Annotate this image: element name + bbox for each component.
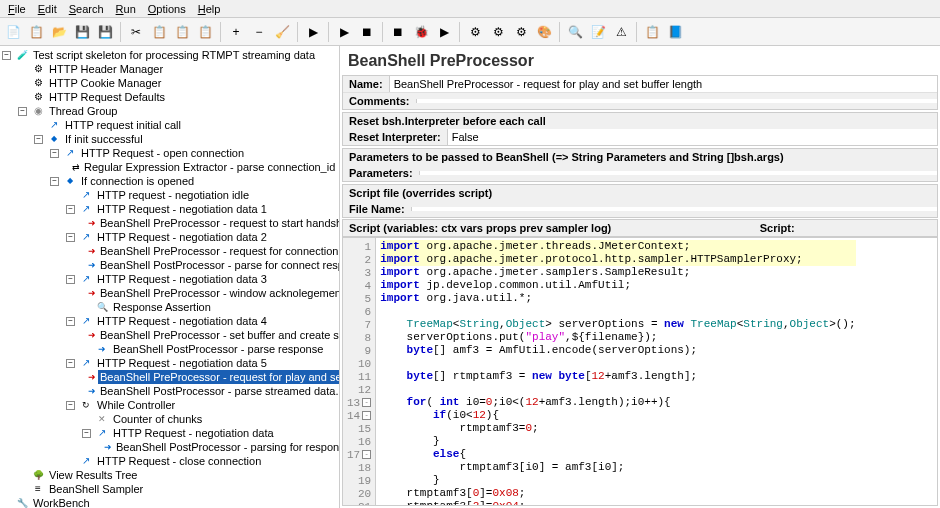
menu-edit[interactable]: Edit <box>32 1 63 17</box>
reset-label: Reset Interpreter: <box>343 129 447 145</box>
toolbar-button[interactable]: 📋 <box>171 21 193 43</box>
script-sublabel: Script: <box>617 220 937 236</box>
toolbar-button[interactable]: 🧹 <box>271 21 293 43</box>
tree-item[interactable]: View Results Tree <box>47 468 139 482</box>
tree-item[interactable]: HTTP Request - negotiation data 5 <box>95 356 269 370</box>
menu-file[interactable]: File <box>2 1 32 17</box>
tree-item[interactable]: BeanShell PostProcessor - parse streamed… <box>98 384 340 398</box>
toggle-icon[interactable]: − <box>34 135 43 144</box>
comments-input[interactable] <box>416 99 937 103</box>
tree-item[interactable]: While Controller <box>95 398 177 412</box>
tree-item[interactable]: HTTP Request - negotiation data 4 <box>95 314 269 328</box>
toggle-icon[interactable]: − <box>66 233 75 242</box>
menu-options[interactable]: Options <box>142 1 192 17</box>
toolbar-button[interactable]: ▶ <box>433 21 455 43</box>
menu-search[interactable]: Search <box>63 1 110 17</box>
tree-item[interactable]: HTTP Request - negotiation data 2 <box>95 230 269 244</box>
toolbar-button[interactable]: ⚠ <box>610 21 632 43</box>
toolbar-button[interactable]: − <box>248 21 270 43</box>
toggle-icon[interactable]: − <box>2 51 11 60</box>
tree-item[interactable]: HTTP Request - negotiation data <box>111 426 276 440</box>
tree-item[interactable]: HTTP request initial call <box>63 118 183 132</box>
tree-item[interactable]: Response Assertion <box>111 300 213 314</box>
toggle-icon[interactable]: − <box>66 275 75 284</box>
toolbar-button[interactable]: 📘 <box>664 21 686 43</box>
toggle-icon[interactable]: − <box>66 359 75 368</box>
name-input[interactable]: BeanShell PreProcessor - request for pla… <box>389 76 937 92</box>
tree-item[interactable]: HTTP request - negotiation idle <box>95 188 251 202</box>
tree-item[interactable]: BeanShell PreProcessor - request to star… <box>98 216 340 230</box>
toolbar-button[interactable]: ⚙ <box>487 21 509 43</box>
tree-item[interactable]: HTTP Request Defaults <box>47 90 167 104</box>
toggle-icon[interactable]: − <box>82 429 91 438</box>
tree-item[interactable]: BeanShell PreProcessor - set buffer and … <box>98 328 340 342</box>
postprocessor-icon <box>88 258 96 272</box>
preprocessor-icon <box>88 328 96 342</box>
tree-item-selected[interactable]: BeanShell PreProcessor - request for pla… <box>98 370 340 384</box>
while-icon <box>79 398 93 412</box>
toolbar-button[interactable]: ⚙ <box>510 21 532 43</box>
tree-item[interactable]: BeanShell PreProcessor - request for con… <box>98 244 340 258</box>
toolbar-button[interactable]: 🎨 <box>533 21 555 43</box>
sampler-icon <box>31 482 45 496</box>
menu-run[interactable]: Run <box>110 1 142 17</box>
script-editor[interactable]: 12345678910111213 -14 -151617 -181920212… <box>342 237 938 506</box>
toolbar-button[interactable]: 📋 <box>148 21 170 43</box>
toggle-icon[interactable]: − <box>66 401 75 410</box>
http-icon <box>47 118 61 132</box>
params-fieldset-title: Parameters to be passed to BeanShell (=>… <box>343 149 937 165</box>
tree-item[interactable]: HTTP Request - open connection <box>79 146 246 160</box>
http-icon <box>79 356 93 370</box>
toolbar-button[interactable]: 🔍 <box>564 21 586 43</box>
tree-item[interactable]: BeanShell PostProcessor - parsing for re… <box>114 440 340 454</box>
tree-item[interactable]: BeanShell Sampler <box>47 482 145 496</box>
toolbar-button[interactable]: ▶ <box>333 21 355 43</box>
tree-item[interactable]: If connection is opened <box>79 174 196 188</box>
tree-item[interactable]: BeanShell PreProcessor - window acknoleg… <box>98 286 340 300</box>
threadgroup-icon <box>31 104 45 118</box>
toolbar-button[interactable]: 📋 <box>25 21 47 43</box>
toolbar-button[interactable]: 💾 <box>71 21 93 43</box>
toggle-icon[interactable]: − <box>66 205 75 214</box>
toggle-icon[interactable]: − <box>50 149 59 158</box>
menu-help[interactable]: Help <box>192 1 227 17</box>
tree-item[interactable]: HTTP Request - negotiation data 3 <box>95 272 269 286</box>
toolbar-button[interactable]: 📋 <box>194 21 216 43</box>
params-label: Parameters: <box>343 165 419 181</box>
toolbar-button[interactable]: 📝 <box>587 21 609 43</box>
toolbar-button[interactable]: 📄 <box>2 21 24 43</box>
toggle-icon[interactable]: − <box>66 317 75 326</box>
toolbar-button[interactable]: 📋 <box>641 21 663 43</box>
http-icon <box>79 202 93 216</box>
reset-value[interactable]: False <box>447 129 937 145</box>
tree-item[interactable]: WorkBench <box>31 496 92 508</box>
toggle-icon[interactable]: − <box>50 177 59 186</box>
viewresults-icon <box>31 468 45 482</box>
config-icon <box>31 76 45 90</box>
tree-item[interactable]: BeanShell PostProcessor - parse response <box>111 342 325 356</box>
toolbar-button[interactable]: ⏹ <box>356 21 378 43</box>
toolbar-button[interactable]: + <box>225 21 247 43</box>
tree-item[interactable]: HTTP Request - close connection <box>95 454 263 468</box>
filename-input[interactable] <box>411 207 937 211</box>
tree-item[interactable]: HTTP Request - negotiation data 1 <box>95 202 269 216</box>
toolbar-button[interactable]: ⚙ <box>464 21 486 43</box>
toolbar-button[interactable]: 📂 <box>48 21 70 43</box>
preprocessor-icon <box>88 216 96 230</box>
tree-item[interactable]: Counter of chunks <box>111 412 204 426</box>
tree-item[interactable]: HTTP Header Manager <box>47 62 165 76</box>
tree-item[interactable]: HTTP Cookie Manager <box>47 76 163 90</box>
toolbar-button[interactable]: 🐞 <box>410 21 432 43</box>
tree-root[interactable]: Test script skeleton for processing RTMP… <box>31 48 317 62</box>
toolbar-button[interactable]: ▶ <box>302 21 324 43</box>
toolbar-button[interactable]: ✂ <box>125 21 147 43</box>
toggle-icon[interactable]: − <box>18 107 27 116</box>
tree-item[interactable]: Regular Expression Extractor - parse con… <box>82 160 337 174</box>
if-icon <box>47 132 61 146</box>
tree-item[interactable]: If init successful <box>63 132 145 146</box>
tree-item[interactable]: BeanShell PostProcessor - parse for conn… <box>98 258 340 272</box>
tree-item[interactable]: Thread Group <box>47 104 119 118</box>
params-input[interactable] <box>419 171 937 175</box>
toolbar-button[interactable]: ⏹ <box>387 21 409 43</box>
toolbar-button[interactable]: 💾 <box>94 21 116 43</box>
